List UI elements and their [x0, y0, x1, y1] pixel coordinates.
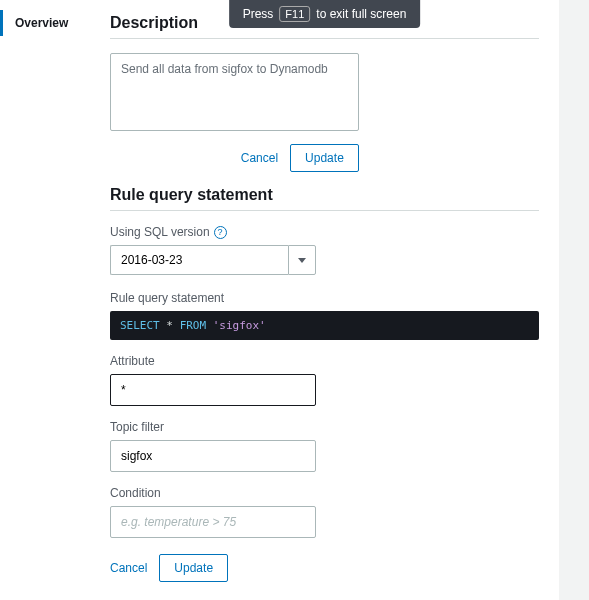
rqs-cancel-button[interactable]: Cancel — [110, 561, 147, 575]
condition-label: Condition — [110, 486, 539, 500]
nav-item-overview[interactable]: Overview — [0, 10, 89, 36]
sql-version-label-text: Using SQL version — [110, 225, 210, 239]
condition-input[interactable] — [110, 506, 316, 538]
rqs-code: SELECT * FROM 'sigfox' — [110, 311, 539, 340]
divider — [110, 38, 539, 39]
description-actions: Cancel Update — [110, 144, 359, 172]
code-from: FROM — [180, 319, 207, 332]
chevron-down-icon[interactable] — [288, 245, 316, 275]
main-content: Press F11 to exit full screen Descriptio… — [90, 0, 559, 600]
sql-version-label: Using SQL version ? — [110, 225, 539, 239]
rqs-actions: Cancel Update — [110, 554, 539, 582]
description-cancel-button[interactable]: Cancel — [241, 151, 278, 165]
code-star: * — [160, 319, 180, 332]
toast-key: F11 — [279, 6, 310, 22]
attribute-input[interactable] — [110, 374, 316, 406]
right-gutter — [559, 0, 589, 600]
toast-text-post: to exit full screen — [316, 7, 406, 21]
code-select: SELECT — [120, 319, 160, 332]
code-topic: 'sigfox' — [206, 319, 266, 332]
attribute-label: Attribute — [110, 354, 539, 368]
description-textarea[interactable]: Send all data from sigfox to Dynamodb — [110, 53, 359, 131]
fullscreen-toast: Press F11 to exit full screen — [229, 0, 421, 28]
left-nav: Overview — [0, 0, 90, 600]
rqs-update-button[interactable]: Update — [159, 554, 228, 582]
sql-version-select[interactable] — [110, 245, 316, 275]
help-icon[interactable]: ? — [214, 226, 227, 239]
sql-version-value[interactable] — [110, 245, 288, 275]
topic-filter-label: Topic filter — [110, 420, 539, 434]
toast-text-pre: Press — [243, 7, 274, 21]
rqs-statement-label: Rule query statement — [110, 291, 539, 305]
rqs-heading: Rule query statement — [110, 186, 539, 204]
description-update-button[interactable]: Update — [290, 144, 359, 172]
topic-filter-input[interactable] — [110, 440, 316, 472]
divider — [110, 210, 539, 211]
